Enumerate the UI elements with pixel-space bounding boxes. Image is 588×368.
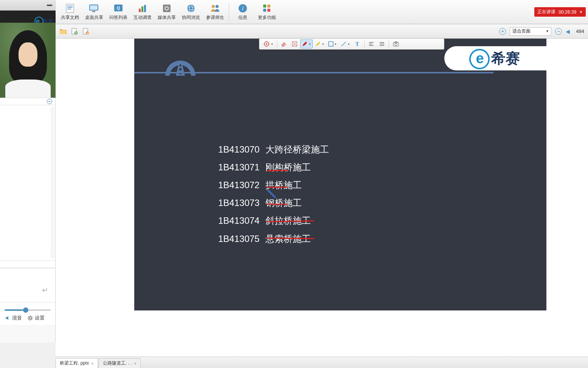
globe-icon <box>185 3 197 13</box>
svg-rect-10 <box>139 9 141 12</box>
volume-slider[interactable] <box>5 309 51 311</box>
gear-icon <box>27 315 33 321</box>
svg-rect-3 <box>67 7 73 8</box>
svg-point-35 <box>266 43 267 45</box>
outline-row: 1B413073钢桥施工 <box>218 194 334 211</box>
tb-share-desktop[interactable]: 桌面共享 <box>82 1 106 23</box>
tb-media-share[interactable]: 媒体共享 <box>155 1 179 23</box>
eraser-tool[interactable] <box>279 39 289 48</box>
svg-point-16 <box>187 5 195 12</box>
svg-text:Q: Q <box>117 6 120 10</box>
svg-rect-7 <box>92 11 95 12</box>
svg-point-20 <box>216 5 219 8</box>
chevron-down-icon: ▼ <box>546 30 549 33</box>
svg-rect-2 <box>67 6 73 6</box>
annotation-toolbar: ▼ ▼ ▼ ▼ ▼ T <box>259 38 444 50</box>
doc-tab[interactable]: 桥梁工程. pptx× <box>56 358 98 368</box>
svg-point-0 <box>29 317 31 319</box>
tb-info[interactable]: i 信息 <box>231 1 255 23</box>
pointer-tool[interactable]: ▼ <box>262 39 275 48</box>
mix-button[interactable]: 混音 <box>5 315 22 321</box>
document-tabs: 桥梁工程. pptx× 公路隧道工. . .× <box>56 357 588 368</box>
align-justify-tool[interactable] <box>377 39 387 48</box>
tb-attendees[interactable]: 参课师生 <box>203 1 227 23</box>
doc-tab[interactable]: 公路隧道工. . .× <box>99 358 141 368</box>
tb-survey[interactable]: 互动调查 <box>130 1 155 23</box>
brand-e-icon: e <box>471 50 489 67</box>
outline-row: 1B413070大跨径桥梁施工 <box>218 141 334 158</box>
tunnel-icon <box>158 49 199 79</box>
svg-rect-32 <box>179 68 182 70</box>
people-icon <box>209 3 221 13</box>
qa-icon: Q <box>113 3 124 13</box>
status-time: 00:26:39 <box>559 9 576 15</box>
participant-list[interactable]: ︿ ﹀ <box>0 105 55 260</box>
tb-cobrowse[interactable]: 协同浏览 <box>179 1 203 23</box>
shape-rect-tool[interactable]: ▼ <box>327 39 338 48</box>
svg-rect-23 <box>263 5 266 8</box>
refresh-doc-icon[interactable] <box>82 28 90 35</box>
svg-rect-6 <box>90 5 98 10</box>
toolbar-separator <box>229 3 229 21</box>
snapshot-tool[interactable] <box>391 39 401 48</box>
panel-handle[interactable] <box>0 0 55 11</box>
zoom-out-button[interactable]: − <box>555 28 562 35</box>
zoom-in-button[interactable]: + <box>499 28 506 35</box>
chart-icon <box>137 3 148 13</box>
media-icon <box>161 3 172 13</box>
settings-button[interactable]: 设置 <box>27 315 45 321</box>
audio-mixer: 混音 设置 <box>0 302 55 325</box>
text-tool[interactable]: T <box>352 39 362 48</box>
svg-rect-26 <box>267 9 270 12</box>
tb-more[interactable]: 更多功能 <box>255 1 279 23</box>
clear-tool[interactable] <box>290 39 299 48</box>
svg-rect-33 <box>179 72 182 74</box>
brand-text: 希赛 <box>491 49 520 68</box>
outline-row: 1B413071刚构桥施工 <box>218 159 334 176</box>
chat-input-area[interactable]: ↵ <box>0 268 55 302</box>
highlighter-tool[interactable]: ▼ <box>313 39 326 48</box>
svg-rect-24 <box>267 5 270 8</box>
scroll-up-icon[interactable]: ︿ <box>50 108 54 113</box>
chevron-down-icon: ▼ <box>579 10 583 14</box>
prev-page-icon[interactable]: ◀ <box>566 28 570 34</box>
main-toolbar: 共享文档 桌面共享 Q 问答列表 互动调查 媒体共享 协同浏览 参课师生 i 信… <box>56 0 588 24</box>
svg-rect-1 <box>66 4 74 12</box>
close-tab-icon[interactable]: × <box>134 361 136 366</box>
collapse-bar-2 <box>0 260 55 268</box>
send-icon[interactable]: ↵ <box>42 285 48 295</box>
svg-point-19 <box>212 5 215 8</box>
align-left-tool[interactable] <box>366 39 376 48</box>
grid-icon <box>261 3 273 13</box>
open-folder-icon[interactable] <box>59 28 67 35</box>
new-doc-icon[interactable] <box>71 28 78 35</box>
outline-row: 1B413072拱桥施工 <box>218 176 334 193</box>
close-tab-icon[interactable]: × <box>91 361 93 366</box>
svg-rect-11 <box>141 6 143 12</box>
document-icon <box>64 3 76 13</box>
tb-qa-list[interactable]: Q 问答列表 <box>106 1 130 23</box>
content-outline: 1B413070大跨径桥梁施工 1B413071刚构桥施工 1B413072拱桥… <box>217 140 335 248</box>
lecture-status[interactable]: 正在讲课 00:26:39 ▼ <box>534 7 586 17</box>
pen-tool[interactable]: ▼ <box>300 39 313 48</box>
audio-icon <box>5 315 11 321</box>
svg-point-52 <box>395 43 397 45</box>
desktop-icon <box>88 3 100 13</box>
collapse-bar: − <box>0 98 55 105</box>
tb-share-doc[interactable]: 共享文档 <box>58 1 82 23</box>
file-toolbar: + 适合页面▼ − ◀ 484 <box>56 24 588 39</box>
slider-knob[interactable] <box>23 307 28 313</box>
scroll-down-icon[interactable]: ﹀ <box>50 253 54 258</box>
status-label: 正在讲课 <box>537 9 555 15</box>
svg-point-15 <box>166 8 168 9</box>
collapse-button[interactable]: − <box>47 99 52 104</box>
slide: e 希赛 1B413070大跨径桥梁施工 1B413071刚构桥施工 1B413… <box>134 39 546 310</box>
line-tool[interactable]: ▼ <box>339 39 352 48</box>
svg-rect-25 <box>263 9 266 12</box>
zoom-mode-select[interactable]: 适合页面▼ <box>510 27 551 36</box>
svg-line-44 <box>341 42 346 46</box>
drag-grip-icon <box>47 5 52 6</box>
left-panel: e 希赛 − ︿ ﹀ ↵ 混音 设置 <box>0 0 56 343</box>
presenter-video <box>0 23 56 98</box>
webcam-feed: e 希赛 <box>0 11 56 98</box>
